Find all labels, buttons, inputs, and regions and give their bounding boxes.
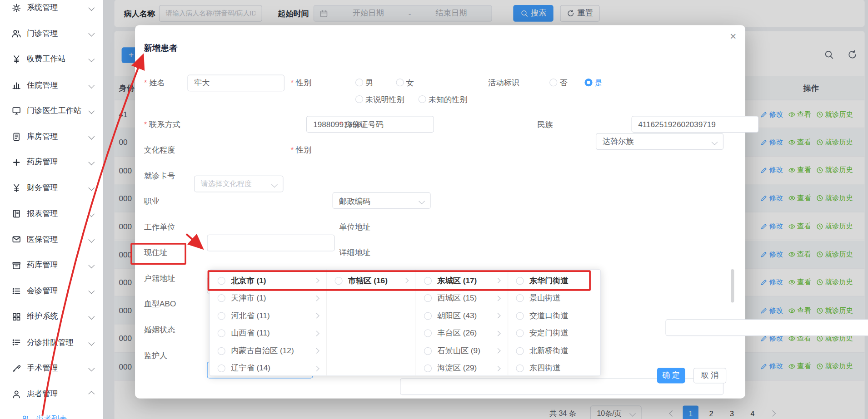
sidebar-item[interactable]: 药房管理 (0, 149, 103, 175)
sidebar-item[interactable]: 门诊医生工作站 (0, 98, 103, 123)
cascader-option[interactable]: 市辖区 (16) (327, 272, 415, 290)
radio-unknown-gender-label[interactable]: 未知的性别 (429, 91, 468, 108)
radio-icon[interactable] (424, 312, 432, 320)
radio-icon[interactable] (516, 277, 524, 285)
marital-status-label: 婚姻状态 (144, 321, 175, 338)
chevron-down-icon (88, 82, 95, 88)
sidebar-subitem-label: 患者列表 (36, 414, 104, 419)
cascader-option[interactable]: 北新桥街道 (508, 342, 600, 360)
dialog-scrollbar-thumb[interactable] (731, 269, 734, 303)
cascader-option[interactable]: 东四街道 (508, 360, 600, 377)
sidebar-item[interactable]: 系统管理 (0, 0, 103, 20)
card-no-label: 就诊卡号 (144, 167, 175, 184)
radio-active-yes[interactable] (584, 79, 592, 86)
sidebar-item[interactable]: 医保管理 (0, 227, 103, 252)
unit-address-input[interactable] (665, 319, 868, 336)
sidebar-item[interactable]: 门诊管理 (0, 21, 103, 46)
radio-icon[interactable] (218, 347, 225, 355)
chevron-right-icon (314, 365, 319, 371)
name-input[interactable] (187, 74, 284, 91)
cascader-option[interactable]: 西城区 (15) (416, 290, 508, 307)
cascader-option[interactable]: 交道口街道 (508, 307, 600, 325)
radio-icon[interactable] (218, 294, 225, 302)
radio-icon[interactable] (218, 330, 225, 337)
ethnicity-select[interactable]: 达斡尔族 (596, 133, 723, 150)
chevron-right-icon (314, 348, 319, 354)
radio-icon[interactable] (424, 277, 432, 285)
radio-male-label[interactable]: 男 (365, 74, 373, 91)
confirm-button[interactable]: 确 定 (657, 368, 685, 383)
radio-unspecified-gender[interactable] (355, 95, 363, 103)
sidebar-item-label: 住院管理 (27, 80, 89, 90)
cascader-option[interactable]: 朝阳区 (43) (416, 307, 508, 325)
cascader-option-label: 朝阳区 (43) (437, 311, 477, 321)
radio-icon[interactable] (424, 294, 432, 302)
label-text: 现住址 (144, 248, 168, 257)
cascader-option[interactable]: 山西省 (11) (210, 325, 327, 342)
radio-icon[interactable] (218, 277, 225, 285)
label-text: 详细地址 (339, 248, 370, 257)
cascader-option[interactable]: 东城区 (17) (416, 272, 508, 290)
cascader-option[interactable]: 海淀区 (29) (416, 360, 508, 377)
chevron-down-icon (88, 159, 95, 165)
label-text: 监护人 (144, 351, 168, 360)
sidebar-item[interactable]: 会诊管理 (0, 278, 103, 304)
cascader-option[interactable]: 内蒙古自治区 (12) (210, 342, 327, 360)
cascader-option[interactable]: 东华门街道 (508, 272, 600, 290)
sidebar-item[interactable]: 患者管理 (0, 381, 103, 407)
radio-icon[interactable] (516, 365, 524, 372)
sidebar-item[interactable]: 收费工作站 (0, 46, 103, 72)
radio-male[interactable] (355, 79, 363, 86)
radio-icon[interactable] (218, 312, 225, 320)
close-icon[interactable]: × (730, 31, 736, 42)
radio-active-no[interactable] (549, 79, 557, 86)
radio-active-yes-label[interactable]: 是 (595, 74, 603, 91)
cascader-option-label: 东四街道 (529, 364, 561, 374)
sidebar-item[interactable]: 库房管理 (0, 124, 103, 149)
sidebar-item[interactable]: 报表管理 (0, 201, 103, 227)
sidebar-item[interactable]: 维护系统 (0, 304, 103, 329)
cancel-button[interactable]: 取 消 (693, 368, 726, 383)
cascader-option[interactable]: 景山街道 (508, 290, 600, 307)
radio-unspecified-gender-label[interactable]: 未说明性别 (365, 91, 404, 108)
cascader-option[interactable]: 北京市 (1) (210, 272, 327, 290)
chevron-up-icon (88, 391, 95, 397)
cascader-option[interactable]: 安定门街道 (508, 325, 600, 342)
cascader-option[interactable]: 河北省 (11) (210, 307, 327, 325)
radio-icon[interactable] (516, 312, 524, 320)
sidebar-subitem-patient-list[interactable]: 患者列表 (0, 406, 103, 419)
required-asterisk: * (144, 78, 147, 87)
ethnicity-value: 达斡尔族 (603, 137, 634, 147)
radio-unknown-gender[interactable] (419, 95, 426, 103)
radio-icon[interactable] (516, 294, 524, 302)
radio-icon[interactable] (424, 365, 432, 372)
education-select[interactable]: 请选择文化程度 (194, 176, 283, 192)
sidebar-item-label: 药库管理 (27, 260, 89, 270)
sidebar-item[interactable]: 手术管理 (0, 355, 103, 381)
cascader-option[interactable]: 天津市 (1) (210, 290, 327, 307)
cascader-option-label: 北新桥街道 (529, 346, 569, 356)
radio-icon[interactable] (516, 347, 524, 355)
sidebar-item[interactable]: 分诊排队管理 (0, 330, 103, 355)
chevron-down-icon (88, 56, 95, 63)
sidebar-item[interactable]: 财务管理 (0, 175, 103, 201)
radio-active-no-label[interactable]: 否 (559, 74, 567, 91)
radio-female[interactable] (396, 79, 404, 86)
sidebar-item[interactable]: 住院管理 (0, 72, 103, 98)
id-number-input[interactable] (631, 116, 758, 133)
address-cascader-dropdown: 北京市 (1)天津市 (1)河北省 (11)山西省 (11)内蒙古自治区 (12… (209, 269, 601, 376)
cascader-option[interactable]: 辽宁省 (14) (210, 360, 327, 377)
radio-icon[interactable] (424, 347, 432, 355)
chevron-down-icon (88, 211, 95, 217)
sidebar-item[interactable]: 药库管理 (0, 252, 103, 278)
radio-female-label[interactable]: 女 (406, 74, 414, 91)
radio-icon[interactable] (335, 277, 343, 285)
radio-icon[interactable] (218, 365, 225, 372)
card-no-input[interactable] (207, 235, 334, 251)
chevron-right-icon (314, 278, 319, 283)
list-icon (12, 286, 21, 296)
cascader-option[interactable]: 石景山区 (9) (416, 342, 508, 360)
radio-icon[interactable] (424, 330, 432, 337)
radio-icon[interactable] (516, 330, 524, 337)
cascader-option[interactable]: 丰台区 (26) (416, 325, 508, 342)
